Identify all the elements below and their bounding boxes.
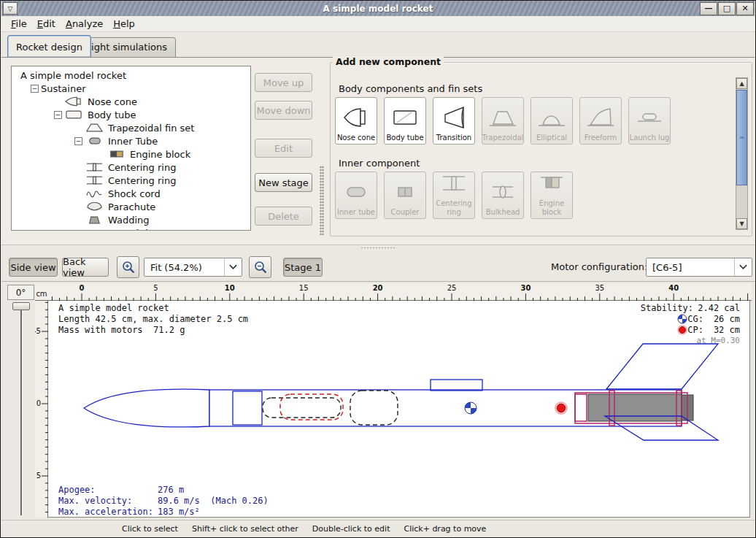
tree-item-engine-block[interactable]: Engine block [12, 147, 250, 161]
add-nose-cone-button[interactable]: Nose cone [335, 97, 377, 145]
menu-analyze[interactable]: Analyze [61, 17, 108, 31]
add-elliptical-button[interactable]: Elliptical [531, 97, 573, 145]
menu-file[interactable]: File [6, 17, 32, 31]
scroll-up-button[interactable]: ▲ [736, 78, 747, 89]
move-up-button[interactable]: Move up [255, 73, 312, 92]
tree-item-centering-ring[interactable]: Centering ring [12, 161, 250, 174]
add-body-tube-button[interactable]: Body tube [384, 97, 426, 145]
wadding-icon [85, 214, 104, 226]
tree-item-a-simple-model-rocket[interactable]: A simple model rocket [12, 69, 250, 82]
nose-cone-icon [342, 103, 371, 133]
close-button[interactable]: ✕ [736, 2, 754, 15]
magnifier-plus-icon [121, 260, 136, 274]
add-bulkhead-button[interactable]: Bulkhead [482, 172, 524, 219]
tree-item-nose-cone[interactable]: Nose cone [12, 95, 250, 108]
section-label-inner-component: Inner component [339, 158, 420, 169]
rotation-angle-display: 0° [7, 285, 34, 300]
edit-button[interactable]: Edit [255, 139, 312, 158]
statusbar: Click to selectShift+ click to select ot… [1, 520, 755, 537]
tree-item-parachute[interactable]: Parachute [12, 200, 250, 213]
launch-lug-icon [85, 227, 104, 231]
component-scrollbar[interactable]: ▲ ≡ ▼ [736, 77, 748, 230]
delete-button[interactable]: Delete [255, 207, 312, 226]
tree-item-shock-cord[interactable]: Shock cord [12, 187, 250, 200]
move-down-button[interactable]: Move down [255, 101, 312, 120]
add-launch-lug-button[interactable]: Launch lug [628, 97, 671, 145]
bulkhead-icon [488, 177, 517, 207]
add-freeform-button[interactable]: Freeform [579, 97, 622, 145]
inner-component-buttons: Inner tubeCouplerCentering ringBulkheadE… [335, 172, 573, 219]
magnifier-minus-icon [253, 260, 268, 274]
fin-trapezoidal-icon [85, 122, 104, 134]
engine-block-icon [537, 169, 566, 199]
flight-stat-value: 89.6 m/s (Mach 0.26) [158, 496, 269, 506]
body-tube-icon [390, 103, 420, 133]
add-trapezoidal-button[interactable]: Trapezoidal [482, 97, 524, 145]
zoom-out-button[interactable] [249, 256, 271, 278]
component-tree[interactable]: A simple model rocket−SustainerNose cone… [11, 66, 251, 231]
rotation-slider-handle[interactable] [12, 302, 30, 310]
stage-1-toggle[interactable]: Stage 1 [283, 258, 323, 277]
new-stage-button[interactable]: New stage [255, 173, 312, 192]
vertical-splitter[interactable] [320, 166, 324, 235]
tree-expander-icon[interactable]: − [54, 111, 62, 119]
tree-item-inner-tube[interactable]: −Inner Tube [12, 134, 250, 147]
svg-text:15: 15 [299, 284, 309, 292]
tree-item-wadding[interactable]: Wadding [12, 213, 250, 226]
cp-marker [555, 402, 567, 414]
window-menu-icon[interactable]: ▽ [3, 2, 18, 15]
tree-item-body-tube[interactable]: −Body tube [12, 108, 250, 121]
stability-label: Stability: [641, 303, 693, 313]
add-centering-ring-button[interactable]: Centering ring [433, 172, 475, 219]
tree-item-centering-ring[interactable]: Centering ring [12, 174, 250, 187]
motor-configuration-combo[interactable]: [C6-5] [646, 258, 752, 277]
cp-legend-icon [678, 326, 687, 334]
menu-edit[interactable]: Edit [32, 17, 61, 31]
add-coupler-button[interactable]: Coupler [384, 172, 426, 219]
svg-text:5: 5 [36, 472, 41, 480]
motor-casing[interactable] [588, 394, 682, 421]
back-view-button[interactable]: Back view [62, 258, 109, 277]
add-transition-button[interactable]: Transition [433, 97, 475, 145]
menu-help[interactable]: Help [108, 17, 140, 31]
zoom-in-button[interactable] [117, 256, 139, 278]
titlebar[interactable]: ▽ A simple model rocket — □ ✕ [1, 1, 755, 16]
flight-stat-label: Max. velocity: [58, 496, 132, 506]
minimize-button[interactable]: — [700, 2, 717, 15]
maximize-button[interactable]: □ [718, 2, 736, 15]
rotation-slider[interactable] [20, 304, 22, 515]
scroll-down-button[interactable]: ▼ [736, 218, 747, 229]
status-hint: Double-click to edit [312, 524, 390, 534]
svg-text:0: 0 [36, 399, 41, 407]
tree-item-sustainer[interactable]: −Sustainer [12, 82, 250, 95]
tab-bar: Rocket designFlight simulations [1, 32, 755, 57]
scrollbar-thumb[interactable]: ≡ [736, 90, 747, 185]
tree-expander-icon[interactable]: − [31, 85, 39, 93]
centering-ring-icon [85, 161, 104, 173]
mach-note: at M=0.30 [696, 336, 740, 345]
add-engine-block-button[interactable]: Engine block [531, 172, 573, 219]
fin-freeform-icon [586, 103, 615, 133]
tree-item-trapezoidal-fin-set[interactable]: Trapezoidal fin set [12, 121, 250, 134]
transition-icon [439, 103, 468, 133]
fin-top[interactable] [606, 344, 718, 389]
side-view-button[interactable]: Side view [9, 258, 58, 277]
nose-cone-outline[interactable] [84, 389, 209, 427]
cg-marker [465, 402, 477, 414]
fin-elliptical-icon [537, 103, 566, 133]
horizontal-splitter[interactable] [1, 245, 755, 250]
rocket-dimensions-label: Length 42.5 cm, max. diameter 2.5 cm [58, 314, 248, 324]
add-inner-tube-button[interactable]: Inner tube [335, 172, 377, 219]
tab-rocket-design[interactable]: Rocket design [7, 35, 91, 57]
flight-stat-value: 276 m [158, 485, 184, 495]
tree-expander-icon[interactable]: − [74, 137, 82, 145]
svg-text:40: 40 [668, 284, 679, 292]
tree-item-launch-lug[interactable]: Launch lug [12, 226, 250, 231]
svg-text:35: 35 [595, 284, 604, 292]
minimize-icon: — [705, 4, 713, 12]
launch-lug-outline[interactable] [431, 380, 482, 391]
rocket-canvas[interactable]: A simple model rocket Length 42.5 cm, ma… [48, 301, 750, 518]
centering-ring-icon [85, 174, 104, 186]
menubar: FileEditAnalyzeHelp [1, 16, 755, 32]
zoom-level-combo[interactable]: Fit (54.2%) [144, 258, 242, 277]
